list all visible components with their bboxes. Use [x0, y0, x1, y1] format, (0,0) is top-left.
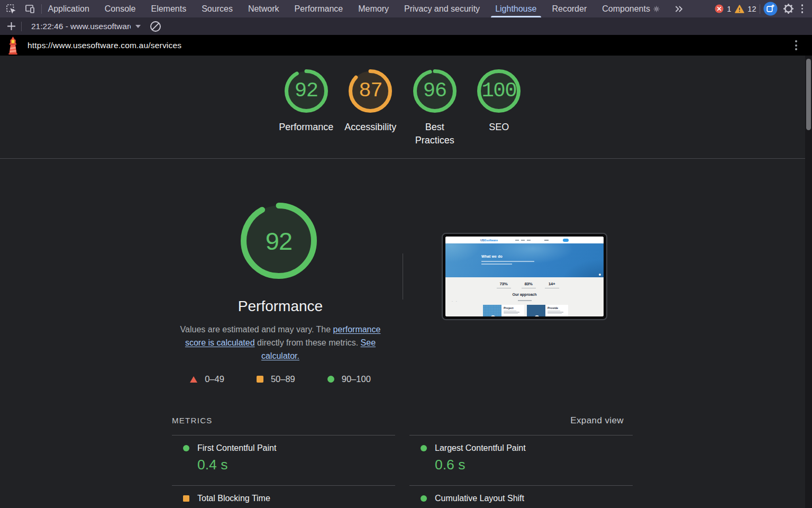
- metric-value: 0.6 s: [435, 456, 633, 474]
- metric-cumulative-layout-shift: Cumulative Layout Shift: [409, 485, 633, 508]
- tab-console[interactable]: Console: [97, 0, 143, 17]
- tab-components[interactable]: Components: [595, 0, 668, 17]
- metrics-grid: First Contentful Paint 0.4 s Largest Con…: [172, 435, 633, 508]
- devtools-tabbar: Application Console Elements Sources Net…: [0, 0, 812, 17]
- metric-total-blocking-time: Total Blocking Time: [172, 485, 395, 508]
- lighthouse-logo: [7, 37, 19, 55]
- extension-button[interactable]: [763, 2, 778, 16]
- pass-circle-icon: [327, 376, 334, 383]
- score-value: 92: [285, 69, 328, 113]
- metric-label: Total Blocking Time: [197, 494, 270, 503]
- performance-overview: 92 Performance Values are estimated and …: [175, 159, 386, 384]
- mini-hero-banner: What we do: [445, 243, 604, 277]
- report-session-label: 21:22:46 - www.usesoftware.com.au/servic…: [31, 22, 131, 31]
- mini-card-title: Provide: [548, 306, 566, 310]
- metric-label: Largest Contentful Paint: [435, 443, 526, 453]
- mini-site-phone: [544, 240, 549, 241]
- metrics-header: METRICS Expand view: [172, 402, 633, 426]
- tab-application[interactable]: Application: [40, 0, 97, 17]
- category-label: SEO: [489, 121, 509, 134]
- mini-site-nav: [515, 240, 531, 241]
- mini-site-button: [563, 239, 569, 242]
- separator: [21, 22, 22, 31]
- tab-memory[interactable]: Memory: [351, 0, 397, 17]
- gauge-seo[interactable]: 100 SEO: [467, 69, 532, 158]
- settings-button[interactable]: [782, 3, 795, 15]
- performance-score-value: 92: [241, 203, 317, 279]
- clear-reports-button[interactable]: [150, 21, 161, 32]
- fail-triangle-icon: [190, 376, 197, 383]
- chevron-down-icon: [135, 25, 141, 28]
- warning-count: 12: [747, 5, 756, 13]
- final-screenshot: USEsoftware What we do 73% 83%: [445, 237, 604, 316]
- report-url: https://www.usesoftware.com.au/services: [28, 41, 181, 50]
- error-badge[interactable]: 1: [715, 4, 731, 13]
- gauge-accessibility[interactable]: 87 Accessibility: [339, 69, 403, 158]
- tab-privacy-and-security[interactable]: Privacy and security: [396, 0, 487, 17]
- new-report-button[interactable]: [5, 21, 17, 32]
- category-label: Performance: [279, 121, 333, 134]
- plus-icon: [6, 21, 16, 31]
- mini-hero-subtext: [481, 261, 534, 266]
- tab-lighthouse[interactable]: Lighthouse: [488, 0, 544, 17]
- report-history-dropdown[interactable]: 21:22:46 - www.usesoftware.com.au/servic…: [31, 22, 141, 31]
- error-icon: [715, 4, 724, 13]
- report-topbar: https://www.usesoftware.com.au/services: [0, 35, 812, 56]
- metrics-section: METRICS Expand view First Contentful Pai…: [172, 402, 633, 508]
- performance-section: 92 Performance Values are estimated and …: [0, 159, 805, 403]
- tab-performance[interactable]: Performance: [287, 0, 351, 17]
- legend-label: 0–49: [205, 374, 224, 384]
- mini-stat-value: 14+: [536, 282, 568, 286]
- mini-hero-scroll-button: [599, 274, 601, 276]
- category-label: Accessibility: [344, 121, 396, 134]
- mini-page-body: 73% 83% 14+ Our approach ˇ ˇ Project: [445, 277, 604, 316]
- performance-title: Performance: [175, 298, 386, 315]
- legend-fail-range: 0–49: [190, 374, 224, 384]
- score-value: 87: [349, 69, 392, 113]
- mini-site-header: USEsoftware: [445, 237, 604, 243]
- tab-components-label: Components: [602, 4, 650, 14]
- device-toolbar-icon[interactable]: [24, 4, 35, 14]
- expand-view-button[interactable]: Expand view: [570, 415, 624, 426]
- inspect-element-icon[interactable]: [6, 4, 16, 14]
- tab-recorder[interactable]: Recorder: [544, 0, 595, 17]
- lighthouse-report: 92 Performance 87 Accessibility: [0, 56, 812, 508]
- gear-icon: [782, 3, 795, 15]
- performance-description: Values are estimated and may vary. The p…: [175, 323, 386, 362]
- pass-circle-icon: [421, 495, 427, 502]
- final-screenshot-frame: USEsoftware What we do 73% 83%: [442, 233, 607, 320]
- legend-pass-range: 90–100: [327, 374, 371, 384]
- block-icon: [150, 21, 161, 32]
- metric-value: 0.4 s: [197, 456, 395, 474]
- score-value: 100: [477, 69, 521, 113]
- report-menu-button[interactable]: [793, 38, 799, 52]
- more-tabs-button[interactable]: [667, 0, 691, 17]
- mini-birds-decoration: ˇ ˇ: [452, 301, 458, 304]
- tab-sources[interactable]: Sources: [194, 0, 241, 17]
- performance-big-gauge[interactable]: 92: [241, 203, 317, 279]
- metric-first-contentful-paint: First Contentful Paint 0.4 s: [172, 435, 395, 485]
- gauge-best-practices[interactable]: 96 Best Practices: [403, 69, 467, 158]
- gauge-performance[interactable]: 92 Performance: [274, 69, 339, 158]
- tab-elements[interactable]: Elements: [143, 0, 194, 17]
- tabbar-right-controls: 1 12: [715, 2, 812, 16]
- category-scores-row: 92 Performance 87 Accessibility: [0, 56, 805, 159]
- mini-logo-rest: Esoftware: [484, 239, 497, 242]
- warning-icon: [735, 5, 744, 13]
- mini-approach-caption: [518, 300, 532, 301]
- devtools-window: Application Console Elements Sources Net…: [0, 0, 812, 508]
- average-square-icon: [257, 376, 263, 383]
- devtools-tabs: Application Console Elements Sources Net…: [40, 0, 691, 17]
- metric-largest-contentful-paint: Largest Contentful Paint 0.6 s: [409, 435, 633, 485]
- separator: [760, 4, 760, 14]
- vertical-scrollbar[interactable]: [805, 56, 812, 508]
- warning-badge[interactable]: 12: [735, 5, 756, 13]
- tab-network[interactable]: Network: [240, 0, 287, 17]
- description-text: directly from these metrics.: [255, 338, 361, 347]
- devtools-menu-button[interactable]: [798, 2, 807, 15]
- scrollbar-thumb[interactable]: [806, 59, 811, 130]
- section-divider: [403, 253, 403, 300]
- metric-label: First Contentful Paint: [197, 443, 276, 453]
- score-scale-legend: 0–49 50–89 90–100: [175, 374, 386, 384]
- description-text: Values are estimated and may vary. The: [180, 325, 333, 334]
